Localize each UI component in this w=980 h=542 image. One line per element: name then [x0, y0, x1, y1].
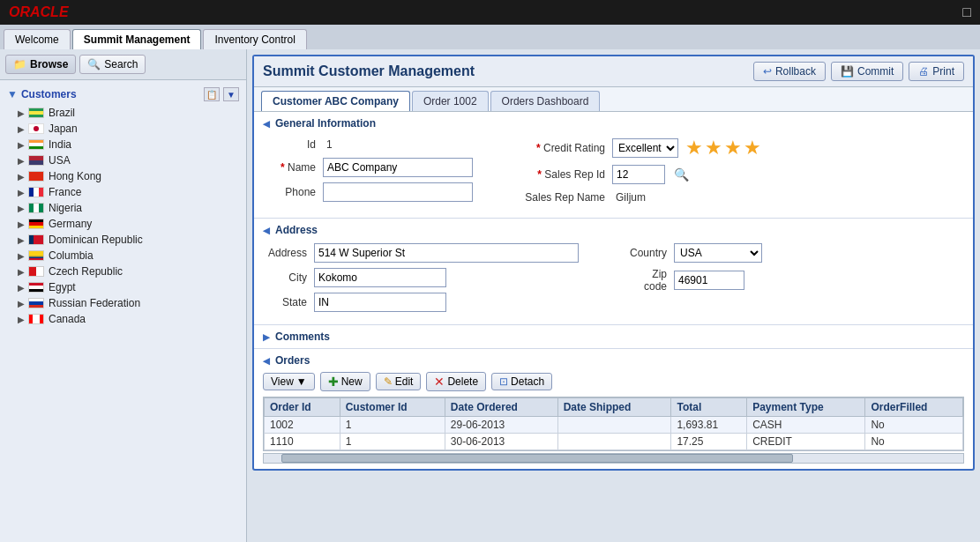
rollback-icon: ↩: [763, 65, 772, 78]
tree-panel: ▼ Customers 📋 ▼ ▶ Brazil ▶: [0, 80, 246, 538]
state-label: State: [263, 296, 307, 308]
edit-icon: ✎: [384, 375, 393, 388]
search-sales-rep-icon[interactable]: 🔍: [672, 166, 691, 183]
tree-item-nigeria[interactable]: ▶ Nigeria: [4, 200, 243, 216]
view-label: View: [271, 375, 294, 388]
delete-button[interactable]: ✕ Delete: [426, 372, 486, 391]
phone-input[interactable]: [323, 182, 473, 202]
print-button[interactable]: 🖨 Print: [909, 62, 964, 81]
cell-total: 17.25: [671, 434, 747, 450]
address-input[interactable]: [314, 243, 579, 263]
detach-button[interactable]: ⊡ Detach: [491, 373, 552, 390]
tree-item-hongkong[interactable]: ▶ Hong Kong: [4, 168, 243, 184]
folder-icon: 📁: [13, 58, 26, 71]
arrow-icon: ▶: [18, 204, 25, 213]
cell-order-id: 1002: [265, 417, 340, 434]
country-label: Brazil: [49, 107, 75, 119]
country-label: Hong Kong: [49, 170, 101, 182]
tree-item-russia[interactable]: ▶ Russian Federation: [4, 295, 243, 311]
tab-welcome[interactable]: Welcome: [4, 29, 71, 49]
orders-collapse-icon[interactable]: ◀: [263, 356, 270, 366]
tree-item-japan[interactable]: ▶ Japan: [4, 121, 243, 137]
new-button[interactable]: ✚ New: [320, 372, 370, 391]
id-value: 1: [323, 137, 336, 152]
tab-summit[interactable]: Summit Management: [72, 29, 202, 49]
credit-rating-select[interactable]: Excellent Good Fair Poor: [612, 138, 678, 158]
name-input[interactable]: [323, 158, 473, 177]
tree-item-india[interactable]: ▶ India: [4, 137, 243, 152]
address-left: Address City State: [263, 243, 579, 317]
country-select[interactable]: USA Canada UK Germany: [674, 243, 762, 263]
country-label: Nigeria: [49, 202, 82, 214]
search-button[interactable]: 🔍 Search: [79, 55, 146, 74]
tree-header-icons: 📋 ▼: [204, 87, 239, 101]
scroll-x-track[interactable]: [263, 453, 964, 464]
tab-inventory[interactable]: Inventory Control: [203, 29, 306, 49]
tree-item-egypt[interactable]: ▶ Egypt: [4, 279, 243, 295]
tree-item-czech[interactable]: ▶ Czech Republic: [4, 264, 243, 279]
delete-label: Delete: [447, 375, 478, 388]
state-input[interactable]: [314, 293, 446, 312]
arrow-icon: ▶: [18, 156, 25, 166]
sales-rep-id-input[interactable]: [612, 165, 665, 184]
form-title: Summit Customer Management: [263, 63, 475, 79]
tab-customer-abc[interactable]: Customer ABC Company: [261, 91, 410, 111]
tab-order-1002[interactable]: Order 1002: [412, 91, 489, 111]
tree-item-dominican[interactable]: ▶ Dominican Republic: [4, 232, 243, 248]
zip-label: Zipcode: [614, 268, 667, 293]
name-label: * Name: [263, 161, 316, 174]
view-button[interactable]: View ▼: [263, 373, 315, 390]
cell-date-ordered: 30-06-2013: [445, 434, 557, 450]
cell-date-shipped: [557, 434, 671, 450]
address-content: Address City State: [263, 243, 964, 317]
top-bar: ORACLE □: [0, 0, 980, 25]
edit-button[interactable]: ✎ Edit: [376, 373, 422, 390]
general-info-title: General Information: [275, 117, 376, 130]
tree-icon-2[interactable]: ▼: [223, 87, 239, 101]
city-input[interactable]: [314, 268, 446, 287]
arrow-icon: ▶: [18, 188, 25, 197]
tree-collapse-icon[interactable]: ▼: [7, 88, 18, 100]
browse-button[interactable]: 📁 Browse: [5, 55, 76, 74]
general-info-left: Id 1 * Name Phone: [263, 137, 473, 211]
cell-payment-type: CREDIT: [747, 434, 865, 450]
tree-item-germany[interactable]: ▶ Germany: [4, 216, 243, 232]
cell-customer-id: 1: [340, 417, 445, 434]
col-customer-id: Customer Id: [340, 398, 445, 417]
oracle-logo: ORACLE: [9, 4, 69, 20]
tree-item-france[interactable]: ▶ France: [4, 184, 243, 200]
zip-input[interactable]: [674, 271, 744, 290]
country-label: Canada: [49, 313, 86, 325]
commit-button[interactable]: 💾 Commit: [831, 62, 903, 81]
table-row[interactable]: 1002 1 29-06-2013 1,693.81 CASH No: [265, 417, 963, 434]
cell-customer-id: 1: [340, 434, 445, 450]
cell-date-ordered: 29-06-2013: [445, 417, 557, 434]
tree-icon-1[interactable]: 📋: [204, 87, 220, 101]
tree-item-colombia[interactable]: ▶ Columbia: [4, 248, 243, 264]
cell-order-filled: No: [865, 434, 963, 450]
address-title: Address: [275, 224, 318, 236]
sub-tab-bar: Customer ABC Company Order 1002 Orders D…: [254, 87, 973, 112]
section-collapse-icon[interactable]: ◀: [263, 226, 270, 235]
scroll-x-thumb[interactable]: [281, 454, 793, 463]
tree-item-canada[interactable]: ▶ Canada: [4, 311, 243, 327]
country-label: Czech Republic: [49, 265, 123, 278]
country-label: Russian Federation: [49, 297, 140, 309]
sales-rep-name-label: Sales Rep Name: [508, 191, 605, 204]
tab-orders-dashboard[interactable]: Orders Dashboard: [490, 91, 601, 111]
state-row: State: [263, 293, 579, 312]
comments-expand-icon: ▶: [263, 332, 270, 342]
comments-section[interactable]: ▶ Comments: [254, 325, 973, 349]
orders-table: Order Id Customer Id Date Ordered Date S…: [264, 397, 963, 450]
col-payment-type: Payment Type: [747, 398, 865, 417]
tree-item-usa[interactable]: ▶ USA: [4, 152, 243, 168]
content-area: 📁 Browse 🔍 Search ▼ Customers 📋: [0, 49, 980, 542]
browse-label: Browse: [30, 58, 68, 71]
commit-label: Commit: [857, 65, 894, 78]
tree-item-brazil[interactable]: ▶ Brazil: [4, 105, 243, 121]
flag-germany: [28, 219, 44, 229]
table-row[interactable]: 1110 1 30-06-2013 17.25 CREDIT No: [265, 434, 963, 450]
id-label: Id: [263, 138, 316, 151]
section-collapse-icon[interactable]: ◀: [263, 119, 270, 129]
rollback-button[interactable]: ↩ Rollback: [753, 62, 826, 81]
